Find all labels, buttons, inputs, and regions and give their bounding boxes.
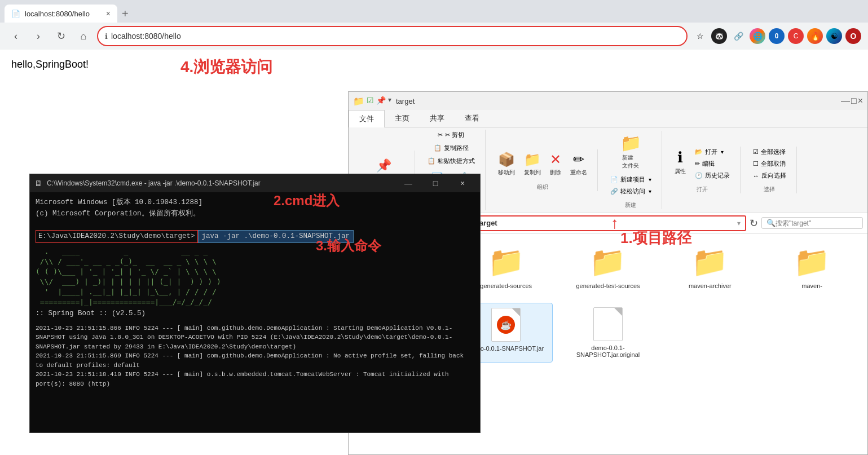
tab-bar: 📄 localhost:8080/hello × +	[0, 0, 868, 23]
fe-selectall-button[interactable]: ☑ 全部选择	[750, 147, 790, 157]
annotation-project-path: 1.项目路径	[620, 228, 691, 248]
browser-tab[interactable]: 📄 localhost:8080/hello ×	[5, 5, 117, 23]
easyaccess-icon: 🔗	[610, 188, 618, 195]
copyto-icon: 📁	[524, 152, 541, 167]
cmd-title-icon: 🖥	[34, 179, 42, 188]
fe-rename-button[interactable]: ✏ 重命名	[567, 149, 591, 179]
fe-newitem-button[interactable]: 📄 新建项目 ▾	[607, 174, 655, 185]
cmd-titlebar: 🖥 C:\Windows\System32\cmd.exe - java -ja…	[30, 174, 480, 192]
fe-breadcrumb-expand[interactable]: ▾	[737, 219, 741, 227]
fe-organize-label: 组织	[537, 183, 548, 191]
cmd-log1: 2021-10-23 21:51:15.866 INFO 5224 --- [ …	[36, 324, 474, 352]
fe-close-button[interactable]: ×	[858, 96, 863, 106]
fe-tab-share[interactable]: 共享	[420, 110, 455, 127]
fe-item-maven-archiver[interactable]: 📁 maven-archiver	[663, 240, 756, 294]
fe-tab-view[interactable]: 查看	[455, 110, 490, 127]
tab-page-icon: 📄	[11, 10, 20, 18]
extension-icon-4[interactable]: O	[845, 28, 861, 44]
cmd-maximize-button[interactable]: □	[422, 174, 448, 192]
fe-easyaccess-button[interactable]: 🔗 轻松访问 ▾	[607, 186, 655, 197]
fe-pasteshortcut-label: 粘贴快捷方式	[438, 157, 475, 165]
fe-invert-label: 反向选择	[761, 171, 786, 180]
cmd-log3: 2021-10-23 21:51:18.410 INFO 5224 --- [ …	[36, 370, 474, 388]
cmd-minimize-button[interactable]: —	[395, 174, 421, 192]
spring-logo-line6: =========|_|==============|___/=/_/_/_/	[36, 297, 474, 307]
fe-newfolder-label: 新建文件夹	[622, 154, 639, 170]
user-icon[interactable]: 🐼	[711, 28, 727, 44]
fe-easyaccess-label: 轻松访问	[620, 187, 645, 196]
browser-icon-1[interactable]: 🌐	[750, 28, 765, 44]
fe-folder-icon: 📁	[353, 96, 364, 107]
fe-copyto-label: 复制到	[524, 169, 541, 176]
fe-item-jar-original[interactable]: demo-0.0.1-SNAPSHOT.jar.original	[562, 303, 655, 363]
fe-refresh-button[interactable]: ↻	[750, 217, 758, 229]
cmd-title-text: C:\Windows\System32\cmd.exe - java -jar …	[47, 179, 391, 187]
fe-select-label: 选择	[764, 185, 775, 193]
fe-edit-label: 编辑	[702, 160, 715, 168]
extension-icon-3[interactable]: ☯	[826, 28, 842, 44]
fe-history-button[interactable]: 🕐 历史记录	[691, 170, 733, 181]
nav-bar: ‹ › ↻ ⌂ ℹ ☆ 🐼 🔗 🌐 0 C 🔥 ☯ O	[0, 23, 868, 50]
fe-delete-button[interactable]: ✕ 删除	[547, 149, 565, 179]
forward-button[interactable]: ›	[29, 27, 47, 45]
fe-copypath-button[interactable]: 📋 复制路径	[430, 143, 472, 153]
fe-tab-home[interactable]: 主页	[385, 110, 420, 127]
home-button[interactable]: ⌂	[74, 27, 92, 45]
fe-open-section-label: 打开	[697, 185, 708, 193]
back-button[interactable]: ‹	[7, 27, 25, 45]
extension-icon-1[interactable]: C	[788, 28, 804, 44]
jar-file-icon: ☕	[491, 308, 521, 342]
properties-icon: ℹ	[677, 149, 683, 166]
fe-item-maven-arch-label: maven-archiver	[689, 282, 732, 289]
profile-icon[interactable]: 0	[769, 28, 785, 44]
edit-icon: ✏	[695, 160, 700, 167]
fe-clipboard-top: ✂ ✂ 剪切	[434, 130, 468, 140]
share-icon[interactable]: 🔗	[730, 28, 746, 44]
invert-icon: ↔	[753, 173, 759, 179]
cmd-line1: Microsoft Windows [版本 10.0.19043.1288]	[36, 197, 474, 208]
extension-icon-2[interactable]: 🔥	[807, 28, 823, 44]
fe-edit-button[interactable]: ✏ 编辑	[691, 158, 733, 169]
tab-close-icon[interactable]: ×	[106, 9, 111, 18]
cmd-body: Microsoft Windows [版本 10.0.19043.1288] (…	[30, 192, 480, 432]
fe-selectnone-label: 全部取消	[761, 160, 786, 168]
fe-pasteshortcut-button[interactable]: 📋 粘贴快捷方式	[424, 156, 478, 166]
delete-icon: ✕	[550, 152, 561, 167]
fe-new-label: 新建	[625, 201, 636, 209]
new-tab-button[interactable]: +	[122, 7, 129, 20]
moveto-icon: 📦	[498, 152, 515, 167]
fe-open-button[interactable]: 📂 打开 ▾	[691, 147, 733, 157]
fe-cut-button[interactable]: ✂ ✂ 剪切	[434, 130, 468, 140]
fe-item-maven-part-label: maven-	[801, 282, 822, 289]
fe-title-text: target	[396, 97, 841, 105]
fe-properties-button[interactable]: ℹ 属性	[671, 147, 689, 181]
fe-item-maven-partial[interactable]: 📁 maven-	[765, 240, 858, 294]
fe-item-generated-test-sources[interactable]: 📁 generated-test-sources	[562, 240, 655, 294]
address-input[interactable]	[111, 32, 680, 41]
bookmark-icon[interactable]: ☆	[692, 28, 708, 44]
annotation-arrow-1: ↑	[611, 214, 619, 232]
fe-selectnone-button[interactable]: ☐ 全部取消	[750, 158, 790, 169]
cmd-close-button[interactable]: ×	[450, 174, 475, 192]
fe-search-input[interactable]	[776, 219, 858, 227]
newitem-icon: 📄	[610, 176, 618, 183]
fe-cut-label: ✂ 剪切	[445, 131, 464, 139]
fe-clipboard-bot: 📋 粘贴快捷方式	[424, 156, 478, 166]
reload-button[interactable]: ↻	[52, 27, 70, 45]
fe-pin-icon: 📌	[376, 96, 386, 107]
fe-properties-label: 属性	[675, 167, 686, 175]
fe-history-label: 历史记录	[705, 171, 730, 180]
spring-logo: . ____ _ __ _ _ /\\ / ___'_ __ _ _(_)_ _…	[36, 246, 474, 308]
fe-tab-file[interactable]: 文件	[349, 110, 385, 127]
copypath-icon: 📋	[434, 144, 442, 152]
fe-copypath-label: 复制路径	[444, 144, 469, 152]
fe-newfolder-button[interactable]: 📁 新建文件夹	[617, 131, 645, 172]
fe-invert-button[interactable]: ↔ 反向选择	[750, 170, 790, 181]
fe-copyto-button[interactable]: 📁 复制到	[521, 149, 544, 179]
fe-titlebar: 📁 ☑ 📌 ▾ target — □ ×	[349, 92, 867, 110]
fe-maximize-button[interactable]: □	[851, 96, 857, 106]
fe-minimize-button[interactable]: —	[841, 96, 850, 106]
folder-icon-gen-test: 📁	[589, 245, 626, 279]
fe-moveto-button[interactable]: 📦 移动到	[495, 149, 518, 179]
fe-item-gen-src-label: generated-sources	[480, 282, 532, 289]
